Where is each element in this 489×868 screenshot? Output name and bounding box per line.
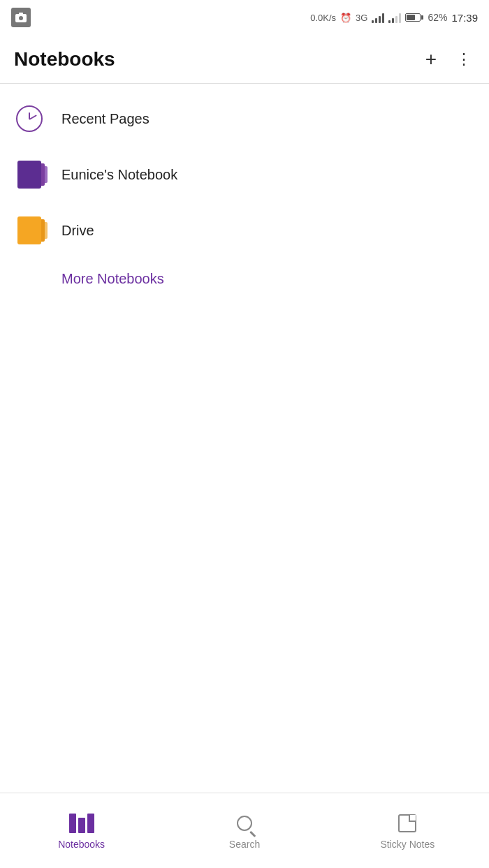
more-notebooks-item[interactable]: More Notebooks: [0, 258, 489, 300]
clock-icon: [16, 105, 43, 132]
nav-label-notebooks: Notebooks: [58, 839, 105, 850]
battery-icon: [405, 13, 423, 22]
page-title: Notebooks: [14, 48, 115, 71]
nav-label-sticky-notes: Sticky Notes: [380, 839, 435, 850]
notebook-purple-icon-wrap: [14, 159, 45, 190]
clock-icon-wrap: [14, 103, 45, 134]
more-icon: ⋮: [456, 50, 472, 68]
books-icon: [69, 814, 94, 833]
network-text: 3G: [356, 13, 367, 23]
eunice-notebook-item[interactable]: Eunice's Notebook: [0, 147, 489, 203]
header-actions: + ⋮: [423, 47, 475, 72]
notebook-yellow-icon: [17, 216, 41, 244]
add-notebook-button[interactable]: +: [423, 47, 439, 72]
nav-label-search: Search: [229, 839, 260, 850]
nav-item-search[interactable]: Search: [163, 804, 326, 858]
nav-item-notebooks[interactable]: Notebooks: [0, 804, 163, 858]
bottom-nav: Notebooks Search Sticky Notes: [0, 793, 489, 868]
status-bar-right: 0.0K/s ⏰ 3G 62% 17:39: [310, 12, 478, 24]
clock-hand-min: [29, 115, 37, 120]
alarm-icon: ⏰: [340, 13, 351, 23]
nav-item-sticky-notes[interactable]: Sticky Notes: [326, 804, 489, 858]
book-bar-2: [78, 818, 85, 833]
eunice-notebook-label: Eunice's Notebook: [61, 167, 177, 183]
books-icon-wrap: [71, 812, 93, 834]
recent-pages-item[interactable]: Recent Pages: [0, 91, 489, 147]
svg-point-1: [19, 16, 23, 20]
drive-item[interactable]: Drive: [0, 203, 489, 258]
sticky-notes-icon: [398, 814, 416, 832]
notebook-yellow-icon-wrap: [14, 215, 45, 246]
signal-bars-2: [388, 12, 401, 23]
book-bar-3: [87, 814, 94, 833]
search-icon-wrap: [233, 812, 256, 834]
book-bar-1: [69, 814, 76, 833]
header: Notebooks + ⋮: [0, 35, 489, 84]
signal-bars-1: [372, 12, 384, 23]
photo-icon: [11, 8, 31, 27]
drive-label: Drive: [61, 223, 94, 239]
svg-rect-2: [19, 13, 23, 15]
search-icon: [233, 812, 256, 834]
recent-pages-label: Recent Pages: [61, 111, 149, 127]
notebook-purple-icon: [17, 161, 41, 189]
status-bar-left: [11, 8, 31, 27]
speed-text: 0.0K/s: [310, 13, 336, 23]
more-options-button[interactable]: ⋮: [453, 47, 475, 71]
battery-text: 62%: [428, 12, 447, 23]
plus-icon: +: [425, 50, 437, 69]
main-content: Recent Pages Eunice's Notebook Drive Mor…: [0, 84, 489, 307]
more-notebooks-label: More Notebooks: [61, 271, 164, 286]
status-bar: 0.0K/s ⏰ 3G 62% 17:39: [0, 0, 489, 35]
time-text: 17:39: [451, 12, 478, 24]
sticky-icon-wrap: [396, 812, 418, 834]
